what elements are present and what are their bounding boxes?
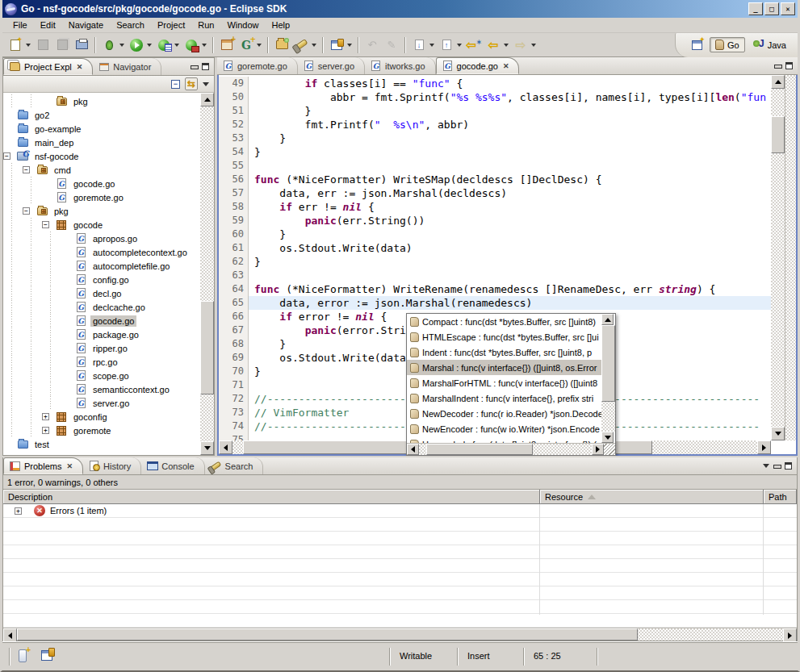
tree-item-server-go[interactable]: Gserver.go — [3, 396, 200, 410]
menu-project[interactable]: Project — [152, 19, 191, 31]
run-button[interactable] — [127, 36, 146, 54]
new-go-element-dropdown[interactable] — [257, 44, 262, 47]
problems-row-errors[interactable]: +✕Errors (1 item) — [3, 504, 797, 518]
scroll-left-icon[interactable] — [407, 444, 419, 455]
tree-item-cmd[interactable]: −cmd — [3, 163, 200, 177]
perspective-go-button[interactable]: Go — [710, 37, 745, 52]
tree-item-goremote-go[interactable]: Ggoremote.go — [3, 190, 200, 204]
new-go-element-button[interactable]: G — [237, 36, 256, 54]
undo-button[interactable]: ↶ — [362, 36, 382, 54]
debug-button[interactable] — [99, 36, 119, 54]
menu-window[interactable]: Window — [221, 19, 264, 31]
close-icon[interactable]: ✕ — [66, 462, 73, 470]
new-wizard-button[interactable] — [6, 36, 25, 54]
plus-expander-icon[interactable]: + — [15, 507, 22, 515]
minus-expander-icon[interactable]: − — [23, 166, 30, 173]
completion-unmarshal[interactable]: Unmarshal : func(data []uint8, v interfa… — [407, 436, 601, 443]
completion-compact[interactable]: Compact : func(dst *bytes.Buffer, src []… — [407, 314, 601, 329]
external-tools-dropdown[interactable] — [202, 44, 207, 47]
completion-newencoder[interactable]: NewEncoder : func(w io.Writer) *json.Enc… — [407, 421, 601, 436]
scroll-up-icon[interactable] — [200, 93, 214, 106]
menu-file[interactable]: File — [7, 19, 33, 31]
column-resource[interactable]: Resource — [540, 490, 764, 504]
scroll-up-icon[interactable] — [601, 314, 614, 325]
code-line-58[interactable]: 58 if err != nil { — [219, 200, 771, 214]
completion-htmlescape[interactable]: HTMLEscape : func(dst *bytes.Buffer, src… — [407, 329, 601, 344]
tree-item-nsf-gocode[interactable]: −nsf-gocode — [3, 149, 200, 163]
code-line-61[interactable]: 61 os.Stdout.Write(data) — [219, 241, 771, 255]
view-tab-problems[interactable]: Problems✕ — [3, 457, 83, 474]
maximize-view-icon[interactable] — [202, 63, 209, 70]
editor-vscrollbar[interactable] — [771, 75, 785, 440]
column-description[interactable]: Description — [3, 490, 540, 504]
run-history-button[interactable] — [154, 36, 174, 54]
code-line-60[interactable]: 60 } — [219, 227, 771, 241]
tree-item-test[interactable]: test — [3, 437, 200, 451]
forward-button[interactable]: ⇨ — [511, 36, 530, 54]
tree-item-scope-go[interactable]: Gscope.go — [3, 369, 200, 382]
back-dropdown[interactable] — [504, 44, 509, 47]
fast-view-icon[interactable] — [19, 649, 27, 662]
tree-item-goconfig[interactable]: +goconfig — [3, 410, 200, 424]
problems-hscrollbar[interactable] — [3, 628, 797, 641]
print-button[interactable] — [72, 36, 91, 54]
plus-expander-icon[interactable]: + — [42, 413, 49, 420]
popup-hscrollbar[interactable] — [407, 443, 615, 455]
tree-item-gocode-go[interactable]: Ggocode.go — [3, 314, 200, 328]
resize-grip[interactable] — [604, 444, 615, 455]
scroll-left-icon[interactable] — [219, 440, 232, 454]
minus-expander-icon[interactable]: − — [42, 221, 49, 228]
tree-item-rpc-go[interactable]: Grpc.go — [3, 355, 200, 369]
save-button[interactable] — [33, 36, 52, 54]
code-line-65[interactable]: 65 data, error := json.Marshal(renamedes… — [219, 296, 771, 310]
tree-item-decl-go[interactable]: Gdecl.go — [3, 286, 200, 300]
tree-item-goremote[interactable]: +goremote — [3, 424, 200, 437]
editor-tab-itworks-go[interactable]: Gitworks.go — [365, 57, 436, 74]
overview-ruler[interactable] — [785, 75, 796, 440]
maximize-window-button[interactable]: □ — [764, 2, 779, 15]
open-console-dropdown[interactable] — [347, 44, 352, 47]
scroll-down-icon[interactable] — [200, 441, 214, 455]
run-dropdown[interactable] — [147, 44, 152, 47]
menu-run[interactable]: Run — [192, 19, 220, 31]
minus-expander-icon[interactable]: − — [23, 207, 30, 215]
last-edit-location-button[interactable]: ⇦ — [464, 36, 484, 54]
tree-item-ripper-go[interactable]: Gripper.go — [3, 341, 200, 355]
scroll-right-icon[interactable] — [783, 628, 797, 642]
minimize-view-icon[interactable] — [773, 462, 781, 470]
close-icon[interactable]: ✕ — [77, 63, 83, 71]
view-tab-search[interactable]: Search — [205, 457, 264, 474]
code-line-64[interactable]: 64func (*NiceFormatter) WriteRename(rena… — [219, 282, 771, 296]
menu-navigate[interactable]: Navigate — [63, 19, 109, 31]
console-shortcut-icon[interactable] — [41, 650, 52, 661]
search-button[interactable] — [291, 36, 311, 54]
view-menu-icon[interactable] — [203, 82, 209, 86]
back-button[interactable]: ⇦ — [484, 36, 503, 54]
previous-annotation-dropdown[interactable] — [457, 44, 462, 47]
scroll-right-icon[interactable] — [757, 440, 771, 454]
code-line-57[interactable]: 57 data, err := json.Marshal(decldescs) — [219, 186, 771, 200]
collapse-all-icon[interactable]: − — [171, 80, 180, 89]
run-history-dropdown[interactable] — [174, 44, 179, 47]
perspective-java-button[interactable]: Java — [748, 38, 791, 52]
view-tab-navigator[interactable]: Navigator — [93, 58, 161, 75]
close-icon[interactable]: ✕ — [503, 62, 509, 70]
code-line-52[interactable]: 52 fmt.Printf(" %s\n", abbr) — [219, 118, 771, 131]
view-tab-history[interactable]: History — [83, 457, 141, 474]
tree-item-go-example[interactable]: go-example — [3, 122, 200, 136]
code-line-50[interactable]: 50 abbr = fmt.Sprintf("%s %s%s", classes… — [219, 90, 771, 104]
menu-search[interactable]: Search — [111, 19, 150, 31]
minimize-window-button[interactable]: _ — [748, 2, 763, 15]
completion-marshalindent[interactable]: MarshalIndent : func(v interface{}, pref… — [407, 390, 601, 406]
completion-newdecoder[interactable]: NewDecoder : func(r io.Reader) *json.Dec… — [407, 406, 601, 421]
new-wizard-dropdown[interactable] — [26, 44, 31, 47]
tree-item-config-go[interactable]: Gconfig.go — [3, 273, 200, 286]
debug-dropdown[interactable] — [119, 44, 124, 47]
menu-help[interactable]: Help — [266, 19, 296, 31]
open-perspective-button[interactable] — [687, 36, 706, 54]
new-project-button[interactable] — [217, 36, 237, 54]
search-dropdown[interactable] — [312, 44, 316, 47]
editor-tab-gocode-go[interactable]: Ggocode.go✕ — [436, 57, 520, 74]
code-line-51[interactable]: 51 } — [219, 104, 771, 118]
tree-item-gocode-go[interactable]: Ggocode.go — [3, 177, 200, 190]
